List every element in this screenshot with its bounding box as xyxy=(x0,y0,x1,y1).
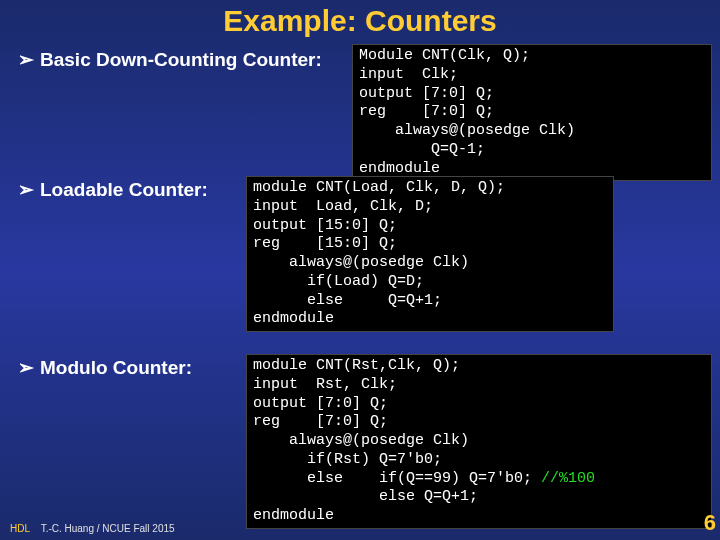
footer-hdl-label: HDL xyxy=(10,523,30,534)
code-pre: module CNT(Rst,Clk, Q); input Rst, Clk; … xyxy=(253,357,541,487)
bullet-loadable-counter: ➢Loadable Counter: xyxy=(0,178,208,201)
bullet-basic-counter: ➢Basic Down-Counting Counter: xyxy=(0,48,322,71)
bullet-arrow-icon: ➢ xyxy=(18,49,34,70)
footer: HDL T.-C. Huang / NCUE Fall 2015 xyxy=(10,523,175,534)
bullet-text: Loadable Counter: xyxy=(40,179,208,200)
bullet-arrow-icon: ➢ xyxy=(18,357,34,378)
page-number: 6 xyxy=(704,510,716,536)
code-basic-counter: Module CNT(Clk, Q); input Clk; output [7… xyxy=(352,44,712,181)
bullet-text: Modulo Counter: xyxy=(40,357,192,378)
bullet-text: Basic Down-Counting Counter: xyxy=(40,49,322,70)
footer-credit: T.-C. Huang / NCUE Fall 2015 xyxy=(41,523,175,534)
bullet-modulo-counter: ➢Modulo Counter: xyxy=(0,356,192,379)
code-modulo-counter: module CNT(Rst,Clk, Q); input Rst, Clk; … xyxy=(246,354,712,529)
code-comment: //%100 xyxy=(541,470,595,487)
code-post: else Q=Q+1; endmodule xyxy=(253,488,478,524)
slide-title: Example: Counters xyxy=(0,0,720,46)
code-loadable-counter: module CNT(Load, Clk, D, Q); input Load,… xyxy=(246,176,614,332)
bullet-arrow-icon: ➢ xyxy=(18,179,34,200)
